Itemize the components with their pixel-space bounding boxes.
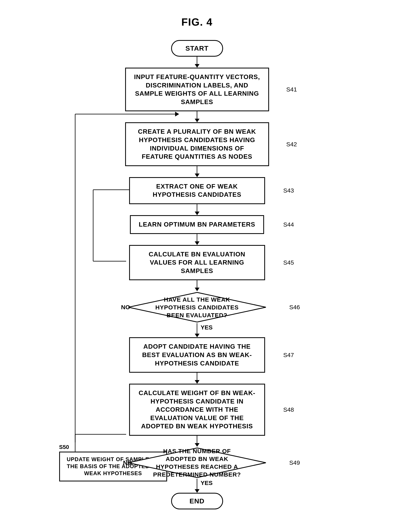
start-node: START bbox=[171, 40, 223, 57]
s46-label: S46 bbox=[289, 304, 300, 311]
s44-wrapper: LEARN OPTIMUM BN PARAMETERS S44 bbox=[57, 215, 337, 234]
s48-label: S48 bbox=[283, 406, 294, 413]
arrow-s47-s48 bbox=[195, 373, 199, 384]
s45-label: S45 bbox=[283, 259, 294, 266]
s42-label: S42 bbox=[286, 141, 297, 148]
s46-text: HAVE ALL THE WEAK HYPOTHESIS CANDIDATES … bbox=[147, 296, 247, 319]
s46-yes-label: YES bbox=[201, 324, 213, 331]
arrow-start-s41 bbox=[195, 57, 199, 68]
s45-box: CALCULATE BN EVALUATION VALUES FOR ALL L… bbox=[129, 245, 265, 280]
s47-box: ADOPT CANDIDATE HAVING THE BEST EVALUATI… bbox=[129, 337, 265, 373]
page-title: FIG. 4 bbox=[181, 16, 213, 28]
s41-box: INPUT FEATURE-QUANTITY VECTORS, DISCRIMI… bbox=[125, 68, 269, 111]
s46-wrapper: HAVE ALL THE WEAK HYPOTHESIS CANDIDATES … bbox=[57, 291, 337, 323]
s44-box: LEARN OPTIMUM BN PARAMETERS bbox=[130, 215, 264, 234]
arrow-s43-s44 bbox=[195, 204, 199, 215]
s42-box: CREATE A PLURALITY OF BN WEAK HYPOTHESIS… bbox=[125, 122, 269, 166]
s49-text: HAS THE NUMBER OF ADOPTED BN WEAK HYPOTH… bbox=[147, 447, 247, 478]
s50-wrapper: S50 UPDATE WEIGHT OF SAMPLE ON THE BASIS… bbox=[59, 444, 117, 481]
arrow-s49-yes: YES bbox=[195, 479, 199, 493]
s47-wrapper: ADOPT CANDIDATE HAVING THE BEST EVALUATI… bbox=[57, 337, 337, 373]
s48-box: CALCULATE WEIGHT OF BN WEAK-HYPOTHESIS C… bbox=[129, 384, 265, 436]
end-node: END bbox=[171, 493, 223, 509]
end-node-wrapper: END bbox=[57, 493, 337, 509]
arrow-s42-s43 bbox=[195, 166, 199, 177]
s45-wrapper: CALCULATE BN EVALUATION VALUES FOR ALL L… bbox=[57, 245, 337, 280]
s47-label: S47 bbox=[283, 352, 294, 358]
s46-diamond: HAVE ALL THE WEAK HYPOTHESIS CANDIDATES … bbox=[127, 291, 267, 323]
s49-wrapper: S50 UPDATE WEIGHT OF SAMPLE ON THE BASIS… bbox=[57, 447, 337, 479]
arrow-s46-yes: YES bbox=[195, 323, 199, 337]
arrow-s44-s45 bbox=[195, 234, 199, 245]
svg-marker-8 bbox=[175, 112, 179, 117]
arrow-s48-s49 bbox=[195, 436, 199, 447]
s41-label: S41 bbox=[286, 86, 297, 93]
s43-box: EXTRACT ONE OF WEAK HYPOTHESIS CANDIDATE… bbox=[129, 177, 265, 204]
s49-yes-label: YES bbox=[201, 479, 213, 486]
s43-label: S43 bbox=[283, 187, 294, 194]
s49-label: S49 bbox=[289, 459, 300, 466]
s44-label: S44 bbox=[283, 221, 294, 228]
s46-no-label: NO bbox=[121, 304, 130, 311]
flowchart: START INPUT FEATURE-QUANTITY VECTORS, DI… bbox=[57, 40, 337, 525]
s49-diamond: HAS THE NUMBER OF ADOPTED BN WEAK HYPOTH… bbox=[127, 447, 267, 479]
s50-label: S50 bbox=[59, 444, 117, 450]
s42-wrapper: CREATE A PLURALITY OF BN WEAK HYPOTHESIS… bbox=[57, 122, 337, 166]
s43-wrapper: EXTRACT ONE OF WEAK HYPOTHESIS CANDIDATE… bbox=[57, 177, 337, 204]
start-node-wrapper: START bbox=[57, 40, 337, 57]
s48-wrapper: CALCULATE WEIGHT OF BN WEAK-HYPOTHESIS C… bbox=[57, 384, 337, 436]
s49-no-label: NO bbox=[123, 459, 132, 466]
s41-wrapper: INPUT FEATURE-QUANTITY VECTORS, DISCRIMI… bbox=[57, 68, 337, 111]
arrow-s45-s46 bbox=[195, 280, 199, 291]
arrow-s41-s42 bbox=[195, 111, 199, 122]
